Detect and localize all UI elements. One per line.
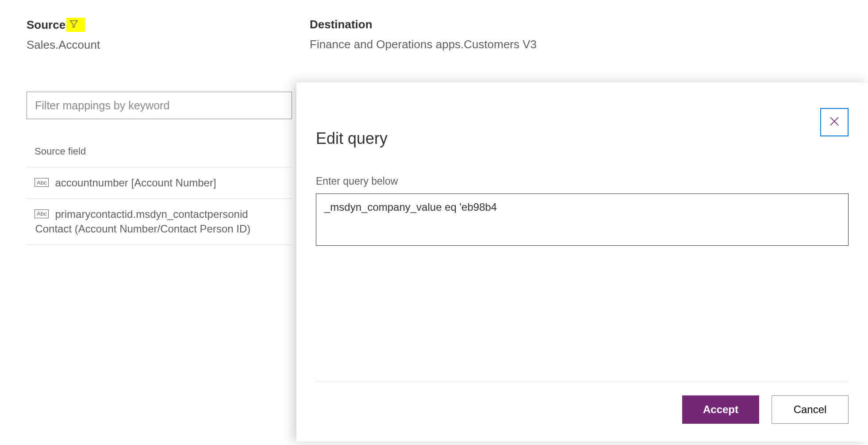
source-label-row: Source: [27, 18, 310, 32]
page-root: Source Sales.Account Destination Finance…: [0, 0, 868, 445]
destination-label: Destination: [310, 18, 841, 31]
destination-value: Finance and Operations apps.Customers V3: [310, 38, 841, 51]
text-type-icon: Abc: [35, 209, 49, 218]
edit-query-dialog: Edit query Enter query below Accept Canc…: [296, 82, 868, 441]
close-icon: [829, 116, 840, 129]
source-value: Sales.Account: [27, 38, 310, 52]
destination-column: Destination Finance and Operations apps.…: [310, 18, 841, 52]
text-type-icon: Abc: [35, 178, 49, 187]
filter-mappings-input[interactable]: [27, 92, 292, 119]
close-button[interactable]: [820, 108, 849, 136]
header-row: Source Sales.Account Destination Finance…: [27, 18, 841, 52]
cancel-button[interactable]: Cancel: [772, 395, 849, 424]
dialog-title: Edit query: [316, 129, 849, 148]
source-filter-highlight[interactable]: [66, 18, 85, 32]
table-row[interactable]: Abc primarycontactid.msdyn_contactperson…: [27, 199, 292, 245]
dialog-footer: Accept Cancel: [316, 382, 849, 424]
table-row[interactable]: Abc accountnumber [Account Number]: [27, 167, 292, 199]
filter-input-wrap: [27, 92, 292, 119]
accept-button[interactable]: Accept: [682, 395, 759, 424]
source-field-line2: Contact (Account Number/Contact Person I…: [35, 221, 250, 236]
dialog-label: Enter query below: [316, 175, 849, 187]
mappings-grid: Source field Abc accountnumber [Account …: [27, 146, 292, 245]
source-field-text: primarycontactid.msdyn_contactpersonid C…: [55, 207, 250, 236]
query-textarea[interactable]: [316, 193, 849, 246]
source-column: Source Sales.Account: [27, 18, 310, 52]
source-field-text: accountnumber [Account Number]: [55, 175, 216, 190]
funnel-icon: [69, 19, 79, 31]
source-field-line1: primarycontactid.msdyn_contactpersonid: [55, 208, 248, 220]
source-label: Source: [27, 18, 65, 32]
grid-column-header: Source field: [27, 146, 292, 167]
